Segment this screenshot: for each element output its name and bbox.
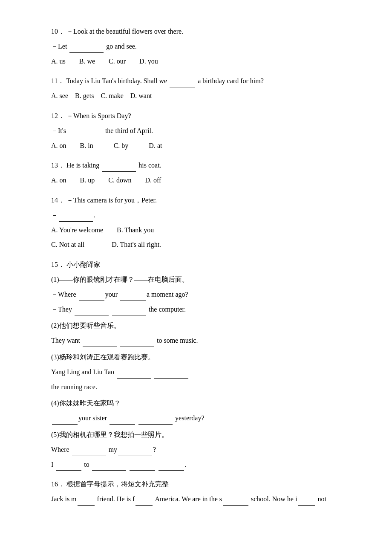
q16-line1: Jack is m friend. He is f America. We ar… bbox=[51, 493, 341, 506]
q11-options: A. see B. gets C. make D. want bbox=[51, 90, 341, 102]
q15-5-blank5 bbox=[130, 463, 155, 471]
q15-1-blank2 bbox=[120, 293, 146, 301]
q15-5-blank3 bbox=[56, 463, 81, 471]
q13-blank bbox=[102, 164, 136, 172]
q10-blank bbox=[69, 45, 104, 53]
q15-4-blank3 bbox=[138, 417, 173, 425]
q10-line1: －Look at the beautiful flowers over ther… bbox=[66, 28, 183, 35]
q15-3-line2: the running race. bbox=[51, 381, 341, 393]
q15-4-chinese: (4)你妹妹昨天在家吗？ bbox=[51, 397, 341, 410]
q15-3-chinese: (3)杨玲和刘涛正在观看赛跑比赛。 bbox=[51, 351, 341, 364]
q15-4-line1: your sister yesterday? bbox=[51, 412, 341, 425]
q16-blank3 bbox=[223, 498, 248, 506]
q12-number-line: 12． －When is Sports Day? bbox=[51, 110, 341, 122]
q15-3-blank1 bbox=[117, 371, 151, 379]
q15-1-chinese: (1)——你的眼镜刚才在哪？——在电脑后面。 bbox=[51, 274, 341, 286]
q15-title: 小小翻译家 bbox=[66, 261, 101, 268]
q14-number: 14． bbox=[51, 197, 65, 204]
q10-options: A. us B. we C. our D. you bbox=[51, 55, 341, 68]
q15-2-line1: They want to some music. bbox=[51, 335, 341, 347]
q13-options: A. on B. up C. down D. off bbox=[51, 174, 341, 187]
question-15: 15． 小小翻译家 (1)——你的眼镜刚才在哪？——在电脑后面。 －Where … bbox=[51, 259, 341, 471]
q15-3-blank2 bbox=[154, 371, 188, 379]
q15-4-blank1 bbox=[52, 417, 78, 425]
q13-number: 13． bbox=[51, 162, 65, 169]
q15-5-line1: Where my? bbox=[51, 444, 341, 456]
q11-line1: 11． Today is Liu Tao's birthday. Shall w… bbox=[51, 75, 341, 87]
q16-blank1 bbox=[78, 498, 95, 506]
q15-5-blank2 bbox=[118, 448, 152, 456]
q15-1-line1: －Where your a moment ago? bbox=[51, 289, 341, 301]
q15-1-blank1 bbox=[79, 293, 104, 301]
q14-options-row1: A. You're welcome B. Thank you bbox=[51, 224, 341, 237]
q15-2-blank1 bbox=[83, 339, 117, 347]
q15-sub3: (3)杨玲和刘涛正在观看赛跑比赛。 Yang Ling and Liu Tao … bbox=[51, 351, 341, 393]
question-16: 16． 根据首字母提示，将短文补充完整 Jack is m friend. He… bbox=[51, 478, 341, 506]
q14-options-row2: C. Not at all D. That's all right. bbox=[51, 239, 341, 251]
q15-sub1: (1)——你的眼镜刚才在哪？——在电脑后面。 －Where your a mom… bbox=[51, 274, 341, 315]
question-14: 14． －This camera is for you，Peter. －. A.… bbox=[51, 194, 341, 251]
q12-options: A. on B. in C. by D. at bbox=[51, 140, 341, 152]
q10-line2: －Let go and see. bbox=[51, 40, 341, 53]
q15-sub4: (4)你妹妹昨天在家吗？ your sister yesterday? bbox=[51, 397, 341, 425]
q14-number-line: 14． －This camera is for you，Peter. bbox=[51, 194, 341, 207]
q15-5-line2: I to . bbox=[51, 459, 341, 471]
q15-1-line2: －They the computer. bbox=[51, 304, 341, 316]
q15-5-blank1 bbox=[72, 448, 106, 456]
q15-title-line: 15． 小小翻译家 bbox=[51, 259, 341, 271]
question-12: 12． －When is Sports Day? －It's the third… bbox=[51, 110, 341, 152]
q15-3-line1: Yang Ling and Liu Tao bbox=[51, 366, 341, 379]
question-13: 13． He is taking his coat. A. on B. up C… bbox=[51, 159, 341, 187]
q15-5-chinese: (5)我的相机在哪里？我想拍一些照片。 bbox=[51, 429, 341, 441]
q13-line1: 13． He is taking his coat. bbox=[51, 159, 341, 172]
q15-5-blank4 bbox=[92, 463, 126, 471]
q15-sub2: (2)他们想要听些音乐。 They want to some music. bbox=[51, 320, 341, 347]
q15-number: 15． bbox=[51, 261, 65, 268]
q15-5-blank6 bbox=[159, 463, 184, 471]
q16-title-line: 16． 根据首字母提示，将短文补充完整 bbox=[51, 478, 341, 491]
question-11: 11． Today is Liu Tao's birthday. Shall w… bbox=[51, 75, 341, 102]
q12-blank bbox=[69, 130, 103, 137]
q16-title: 根据首字母提示，将短文补充完整 bbox=[66, 480, 169, 488]
q15-1-blank4 bbox=[112, 308, 146, 315]
q15-sub5: (5)我的相机在哪里？我想拍一些照片。 Where my? I to . bbox=[51, 429, 341, 471]
q12-number: 12． bbox=[51, 112, 65, 119]
q14-blank bbox=[59, 214, 93, 222]
q14-line2: －. bbox=[51, 209, 341, 222]
q15-2-blank2 bbox=[120, 339, 154, 347]
q16-blank4 bbox=[298, 498, 315, 506]
q16-number: 16． bbox=[51, 480, 65, 488]
q15-2-chinese: (2)他们想要听些音乐。 bbox=[51, 320, 341, 332]
q15-4-blank2 bbox=[110, 417, 135, 425]
q12-line2: －It's the third of April. bbox=[51, 125, 341, 137]
q15-1-blank3 bbox=[75, 308, 109, 315]
q16-blank2 bbox=[135, 498, 153, 506]
q10-number: 10． bbox=[51, 28, 65, 35]
question-10: 10． －Look at the beautiful flowers over … bbox=[51, 26, 341, 67]
q11-blank bbox=[170, 80, 195, 87]
q11-number: 11． bbox=[51, 77, 64, 84]
q10-number-line: 10． －Look at the beautiful flowers over … bbox=[51, 26, 341, 38]
